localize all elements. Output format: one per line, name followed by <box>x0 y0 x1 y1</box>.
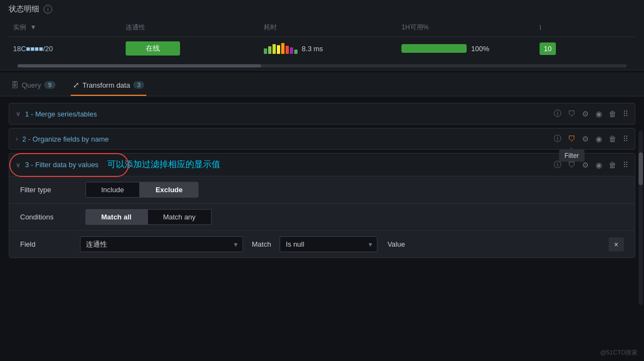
settings-icon-3[interactable]: ⚙ <box>582 161 589 169</box>
col-last: I <box>535 21 635 37</box>
database-icon: 🗄 <box>11 81 18 89</box>
conditions-toggle: Match all Match any <box>85 209 212 225</box>
filter-active-icon[interactable]: ⛉ <box>568 134 575 143</box>
col-availability: 1H可用% <box>397 21 535 37</box>
transform-row-1-header: ∨ 1 - Merge series/tables ⓘ ⛉ ⚙ ◉ 🗑 ⠿ <box>9 103 635 124</box>
field-row: Field 连通性 ▼ Match Is null Is not null Eq… <box>9 231 635 258</box>
transform-row-2-left: › 2 - Organize fields by name <box>16 135 109 143</box>
eye-icon[interactable]: ◉ <box>596 109 602 118</box>
close-button[interactable]: × <box>609 237 624 252</box>
transform-row-3-left: ∨ 3 - Filter data by values <box>16 161 98 169</box>
transform-row-1: ∨ 1 - Merge series/tables ⓘ ⛉ ⚙ ◉ 🗑 ⠿ <box>9 103 635 125</box>
match-select[interactable]: Is null Is not null Equals Not equals <box>280 236 377 252</box>
tab-query[interactable]: 🗄 Query 9 <box>9 81 58 96</box>
filter-type-label: Filter type <box>20 186 85 194</box>
cell-last: 10 <box>535 37 635 63</box>
col-connectivity: 连通性 <box>121 21 259 37</box>
filter-type-row: Filter type Include Exclude <box>9 176 635 204</box>
conditions-row: Conditions Match all Match any <box>9 204 635 231</box>
value-label: Value <box>387 240 405 248</box>
field-select[interactable]: 连通性 <box>80 236 243 252</box>
filter-tooltip: Filter <box>559 150 585 162</box>
include-button[interactable]: Include <box>85 182 140 198</box>
transform-row-2: › 2 - Organize fields by name ⓘ ⛉ Filter… <box>9 128 635 150</box>
match-any-button[interactable]: Match any <box>147 209 212 225</box>
eye-icon-3[interactable]: ◉ <box>596 161 602 169</box>
settings-icon-2[interactable]: ⚙ <box>582 134 589 143</box>
chevron-down-icon[interactable]: ∨ <box>16 110 21 118</box>
filter-panel: Filter type Include Exclude Conditions M… <box>9 176 635 258</box>
transform-row-2-actions: ⓘ ⛉ Filter ⚙ ◉ 🗑 ⠿ <box>554 134 628 144</box>
status-title: 状态明细 i <box>9 4 635 14</box>
info-icon-2[interactable]: ⓘ <box>554 134 561 144</box>
table-row: 18C■■■■/20 在线 <box>9 37 635 63</box>
h-scrollbar[interactable] <box>17 64 627 68</box>
delete-icon[interactable]: 🗑 <box>609 109 616 118</box>
field-label: Field <box>20 240 75 248</box>
filter-icon-th[interactable]: ▼ <box>30 23 36 31</box>
drag-icon-3[interactable]: ⠿ <box>623 161 628 169</box>
status-title-text: 状态明细 <box>9 4 39 14</box>
availability-bar <box>401 44 467 53</box>
match-label: Match <box>249 240 274 248</box>
status-table: 实例 ▼ 连通性 耗时 1H可用% I 18C■■■■/20 在线 <box>9 21 635 62</box>
cell-connectivity: 在线 <box>121 37 259 63</box>
field-select-wrap: 连通性 ▼ <box>80 236 243 252</box>
tab-transform[interactable]: ⤢ Transform data 3 <box>71 81 147 96</box>
red-circle-wrap: ∨ 3 - Filter data by values <box>16 161 98 169</box>
conditions-label: Conditions <box>20 213 85 221</box>
col-instance: 实例 ▼ <box>9 21 121 37</box>
cell-availability: 100% <box>397 37 535 63</box>
v-scrollbar[interactable] <box>639 131 643 305</box>
v-scrollbar-thumb <box>639 152 643 185</box>
transform-row-1-actions: ⓘ ⛉ ⚙ ◉ 🗑 ⠿ <box>554 109 628 119</box>
sparkline <box>264 43 298 54</box>
delete-icon-2[interactable]: 🗑 <box>609 134 616 143</box>
transform-icon: ⤢ <box>73 81 79 89</box>
filter-tooltip-wrap: ⛉ Filter <box>568 134 575 143</box>
filter-type-toggle: Include Exclude <box>85 182 199 198</box>
eye-icon-2[interactable]: ◉ <box>596 134 602 143</box>
transform-row-3-header: ∨ 3 - Filter data by values 可以添加过滤掉相应的显示… <box>9 154 635 176</box>
cell-instance: 18C■■■■/20 <box>9 37 121 63</box>
info-icon[interactable]: ⓘ <box>554 109 561 119</box>
tabs-bar: 🗄 Query 9 ⤢ Transform data 3 <box>0 72 644 96</box>
chevron-right-icon[interactable]: › <box>16 135 18 143</box>
transform-row-2-header: › 2 - Organize fields by name ⓘ ⛉ Filter… <box>9 129 635 149</box>
status-bar: 状态明细 i 实例 ▼ 连通性 耗时 1H可用% I 18C■■■■/20 <box>0 0 644 70</box>
match-select-wrap: Is null Is not null Equals Not equals ▼ <box>280 236 377 252</box>
settings-icon[interactable]: ⚙ <box>582 109 589 118</box>
annotation-text: 可以添加过滤掉相应的显示值 <box>107 159 220 170</box>
exclude-button[interactable]: Exclude <box>140 182 199 198</box>
cell-latency: 8.3 ms <box>259 37 397 63</box>
status-info-icon[interactable]: i <box>44 5 52 14</box>
filter-icon[interactable]: ⛉ <box>568 109 575 118</box>
transform-row-1-left: ∨ 1 - Merge series/tables <box>16 110 97 118</box>
match-all-button[interactable]: Match all <box>85 209 147 225</box>
transform-row-3: ∨ 3 - Filter data by values 可以添加过滤掉相应的显示… <box>9 153 635 258</box>
watermark: @51CTO摸索 <box>600 348 637 357</box>
drag-icon-2[interactable]: ⠿ <box>623 134 628 143</box>
delete-icon-3[interactable]: 🗑 <box>609 161 616 169</box>
transform-content: ∨ 1 - Merge series/tables ⓘ ⛉ ⚙ ◉ 🗑 ⠿ › … <box>0 96 644 268</box>
col-latency: 耗时 <box>259 21 397 37</box>
chevron-down-icon-3[interactable]: ∨ <box>16 161 21 169</box>
drag-icon[interactable]: ⠿ <box>623 109 628 118</box>
